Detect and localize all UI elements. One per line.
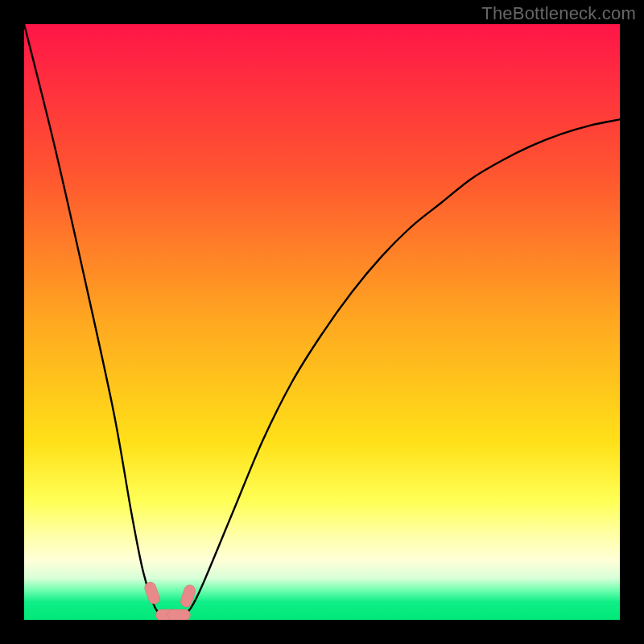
bottleneck-curve [24, 24, 620, 620]
curve-marker [180, 584, 197, 609]
watermark-text: TheBottleneck.com [481, 3, 636, 24]
chart-plot-area [24, 24, 620, 620]
curve-marker [143, 580, 162, 605]
chart-svg [24, 24, 620, 620]
curve-marker [167, 609, 190, 620]
curve-markers [143, 580, 197, 620]
